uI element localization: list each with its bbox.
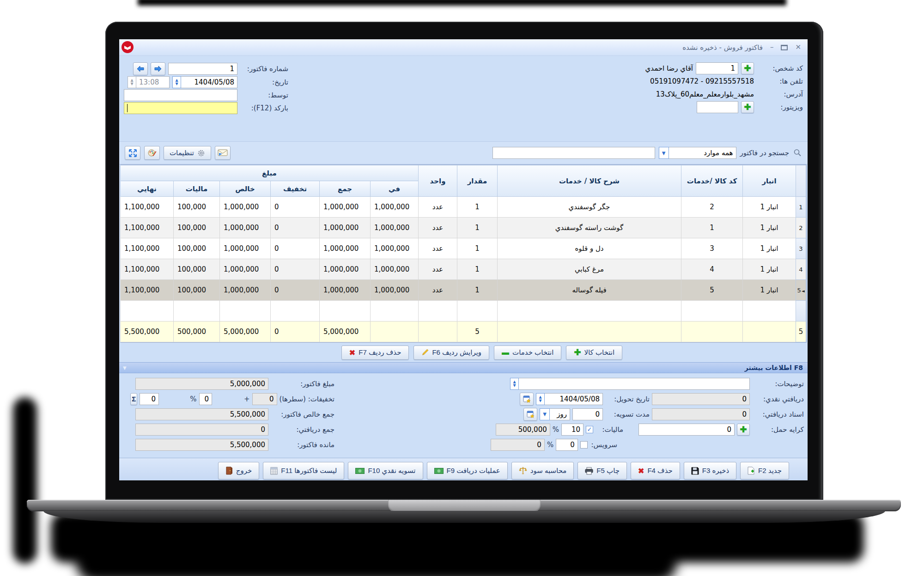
add-freight-button[interactable]: ✚ [737,424,750,436]
delete-button[interactable]: حذف F4 ✖ [631,462,680,479]
percent-sign: % [547,441,553,449]
print-button[interactable]: چاپ F5 [578,462,627,479]
visitor-field[interactable] [697,101,738,113]
cash-received-field[interactable]: 0 [652,393,750,405]
table-row-empty[interactable] [120,301,806,321]
chevron-down-icon[interactable]: ▼ [659,147,669,159]
person-code-field[interactable]: 1 [696,62,738,74]
col-amount-group[interactable]: مبلغ [120,165,418,181]
search-input[interactable] [492,147,655,159]
cash-settlement-button[interactable]: تسویه نقدي F10 [348,462,423,479]
tax-amount-field[interactable]: 500,000 [496,424,550,436]
maximize-button[interactable] [781,45,788,50]
next-invoice-button[interactable] [151,62,165,75]
invoice-number-field[interactable]: 1 [168,63,237,75]
delivery-date-spinner[interactable]: ▲▼ [536,393,545,405]
save-button[interactable]: ذخیره F3 [684,462,736,479]
table-row[interactable]: 2 انبار 11 گوشت راسته گوسفندي1 عدد1,000,… [120,218,806,238]
discount-percent-field[interactable]: 0 [199,393,212,405]
settle-unit-dropdown[interactable]: روز ▼ [540,408,570,420]
settle-period-field[interactable]: 0 [572,408,603,420]
invoice-list-button[interactable]: لیست فاکتورها F11 [263,462,344,479]
received-docs-field[interactable]: 0 [652,408,750,420]
search-icon [793,148,802,158]
col-disc[interactable]: تخفیف [271,181,320,197]
tax-percent-field[interactable]: 10 [561,424,584,436]
customer-fields: کد شخص: ✚ 1 آقاي رضا احمدي تلفن ها: 0519… [645,62,803,113]
add-person-button[interactable]: ✚ [741,62,754,74]
edit-row-button[interactable]: ویرایش ردیف F6 [413,346,489,360]
laptop-shadow [76,540,677,576]
search-filter-dropdown[interactable]: همه موارد ▼ [659,147,736,159]
palette-icon [147,149,157,157]
theme-button[interactable] [144,146,160,160]
service-amount-field[interactable]: 0 [491,439,545,451]
table-row-selected[interactable]: ◄5 انبار 15 فیله گوساله1 عدد1,000,000 1,… [120,280,806,301]
delivery-calendar-button[interactable] [520,393,534,406]
chevron-down-icon[interactable]: ▼ [540,408,550,420]
gear-icon [197,149,205,157]
date-label: تاریخ: [240,78,288,86]
close-button[interactable]: ✕ [795,44,801,51]
date-spinner[interactable]: ▲▼ [172,76,181,88]
col-qty[interactable]: مقدار [457,165,498,197]
table-header-row: انبار کد کالا /خدمات شرح کالا / خدمات مق… [120,165,806,181]
col-store[interactable]: انبار [743,165,796,197]
discount-amount-field[interactable]: 0 [140,393,159,405]
spacer [119,116,808,141]
table-row[interactable]: 4 انبار 14 مرغ کبابي1 عدد1,000,000 1,000… [120,259,806,280]
search-label: جستجو در فاکتور [740,149,789,157]
invoice-time-field[interactable]: 13:08 [136,76,170,88]
col-fee[interactable]: في [371,181,419,197]
new-invoice-button[interactable]: جدید F2 [740,462,789,479]
receipt-operations-button[interactable]: عملیات دریافت F9 [427,462,508,479]
service-percent-field[interactable]: 0 [556,439,578,451]
service-checkbox[interactable]: ✓ [580,441,588,449]
notes-label: توضیحات: [752,380,804,388]
col-tax[interactable]: مالیات [174,181,220,197]
select-item-button[interactable]: انتخاب کالا ✚ [566,346,622,360]
exit-button[interactable]: خروج [218,462,259,479]
sum-discounts-button[interactable]: Σ [130,393,137,405]
barcode-field[interactable] [124,102,237,114]
percent-sign: % [553,425,559,434]
visitor-label: ویزیتور: [757,103,803,111]
collapse-triangle-icon[interactable]: ▼ [123,365,127,370]
send-email-button[interactable] [215,146,231,160]
col-unit[interactable]: واحد [419,165,457,197]
discounts-field[interactable]: 0 [252,393,277,405]
title-bar: فاکتور فروش - ذخیره نشده – ✕ [119,39,808,56]
table-row[interactable]: 1 انبار 12 جگر گوسفندي1 عدد1,000,000 1,0… [120,197,806,218]
col-desc[interactable]: شرح کالا / خدمات [498,165,681,197]
minimize-button[interactable]: – [770,44,774,51]
by-field[interactable] [124,89,237,101]
delete-row-button[interactable]: حذف ردیف F7 ✖ [341,346,409,360]
expand-grid-button[interactable] [125,146,140,160]
table-row[interactable]: 3 انبار 13 دل و قلوه1 عدد1,000,000 1,000… [120,238,806,259]
profit-calc-button[interactable]: محاسبه سود [511,462,574,479]
prev-invoice-button[interactable] [133,62,148,75]
invoice-date-field[interactable]: 1404/05/08 [181,76,237,88]
received-docs-label: اسناد دریافتي: [752,410,804,418]
app-window: فاکتور فروش - ذخیره نشده – ✕ کد شخص: ✚ 1… [119,39,808,480]
col-net[interactable]: خالص [220,181,271,197]
add-visitor-button[interactable]: ✚ [741,101,754,113]
time-spinner[interactable]: ▲▼ [128,76,136,88]
settings-button[interactable]: تنظیمات [164,146,211,160]
app-logo-icon [121,40,134,54]
col-sum[interactable]: جمع [320,181,371,197]
bottom-toolbar: جدید F2 ذخیره F3 حذف F4 ✖ [119,458,808,480]
person-code-label: کد شخص: [757,64,803,73]
delivery-date-field[interactable]: 1404/05/08 [545,393,603,405]
phones-label: تلفن ها: [757,77,803,85]
settle-calendar-button[interactable] [523,408,537,421]
col-code[interactable]: کد کالا /خدمات [681,165,743,197]
more-info-bar[interactable]: F8 اطلاعات بیشتر ▼ [119,362,808,373]
freight-field[interactable]: 0 [638,424,735,436]
col-final[interactable]: نهایي [120,181,173,197]
received-total-label: جمع دریافتي: [271,425,334,434]
notes-spinner[interactable]: ▲▼ [510,378,519,390]
notes-input[interactable] [519,378,750,390]
select-service-button[interactable]: انتخاب خدمات ▬ [494,346,561,360]
tax-checkbox[interactable]: ✓ [586,426,593,433]
